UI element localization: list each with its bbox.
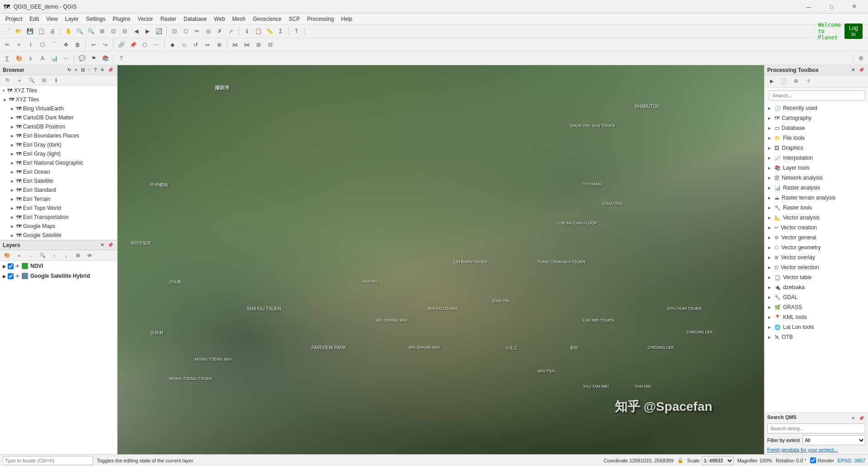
zoom-next-btn[interactable]: ▶: [142, 26, 153, 37]
toolbox-item[interactable]: ▶📋Vector table: [764, 272, 868, 282]
tree-item[interactable]: ▶🗺Esri Gray (dark): [0, 140, 117, 149]
toolbox-item[interactable]: ▶⚙Vector general: [764, 233, 868, 243]
toolbox-item[interactable]: ▶⊡Vector selection: [764, 262, 868, 272]
zoom-previous-btn[interactable]: ◀: [131, 26, 142, 37]
deselect-btn[interactable]: ✗: [214, 26, 225, 37]
run-field-calc-btn[interactable]: ∑: [2, 53, 13, 64]
browser-refresh-icon[interactable]: ↻: [66, 67, 72, 73]
toolbox-expand-icon[interactable]: ▶: [768, 156, 774, 160]
toolbox-item[interactable]: ▶🗺Cartography: [764, 113, 868, 123]
browser-collapse-icon[interactable]: ⊟: [80, 67, 86, 73]
tree-expand-icon[interactable]: ▶: [11, 215, 16, 219]
merge-attrs-btn[interactable]: ⊟: [265, 39, 276, 50]
map-area[interactable]: 深圳市 中华横岗 深圳市盐田 沙头角 沙井村 MONG TSENG WAI MO…: [118, 65, 764, 454]
tree-expand-icon[interactable]: ▶: [4, 98, 9, 102]
tree-expand-icon[interactable]: ▶: [11, 233, 16, 238]
menu-item-scp[interactable]: SCP: [285, 14, 304, 24]
tree-item[interactable]: ▶🗺Bing VirtualEarth: [0, 104, 117, 113]
tree-expand-icon[interactable]: ▶: [11, 116, 16, 120]
toolbox-run-btn[interactable]: ▶: [766, 76, 777, 87]
browser-content[interactable]: ▼ 🗺 XYZ Tiles ▶🗺XYZ Tiles▶🗺Bing VirtualE…: [0, 86, 117, 240]
toolbox-item[interactable]: ▶🔧GDAL: [764, 292, 868, 302]
toolbox-expand-icon[interactable]: ▶: [768, 216, 774, 220]
rotation-btn[interactable]: ↺: [190, 39, 201, 50]
offset-btn[interactable]: ⊕: [214, 39, 225, 50]
toolbox-pin-icon[interactable]: 📌: [857, 67, 865, 73]
tree-expand-icon[interactable]: ▶: [11, 188, 16, 192]
close-button[interactable]: ✕: [844, 0, 864, 14]
undo-btn[interactable]: ↩: [88, 39, 99, 50]
toolbox-expand-icon[interactable]: ▶: [768, 236, 774, 240]
browser-close-icon[interactable]: ✕: [99, 67, 105, 73]
digitize-more-btn[interactable]: ⋯: [151, 39, 162, 50]
toolbox-item[interactable]: ▶📁File tools: [764, 133, 868, 143]
tree-item[interactable]: ▶🗺Google Satellite: [0, 231, 117, 240]
digitize-btn[interactable]: ✏: [2, 39, 13, 50]
tree-item[interactable]: ▶🗺Esri Boundaries Places: [0, 131, 117, 140]
zoom-in-btn[interactable]: 🔍: [74, 26, 85, 37]
search-qms-input[interactable]: [767, 423, 865, 433]
vertex-all-btn[interactable]: ◇: [179, 39, 189, 50]
remove-layer-btn[interactable]: -: [25, 250, 36, 261]
save-as-btn[interactable]: 📋: [36, 26, 47, 37]
toolbox-item[interactable]: ▶⬡Vector geometry: [764, 243, 868, 252]
zoom-selection-btn[interactable]: ⊟: [119, 26, 130, 37]
label-btn[interactable]: A: [37, 53, 48, 64]
scale-btn[interactable]: ⇔: [202, 39, 213, 50]
toolbox-expand-icon[interactable]: ▶: [768, 106, 774, 110]
print-btn[interactable]: 🖨: [47, 26, 58, 37]
tree-item[interactable]: ▶🗺Esri Topo World: [0, 204, 117, 213]
toolbox-expand-icon[interactable]: ▶: [768, 335, 774, 339]
browser-properties-btn[interactable]: ℹ: [51, 75, 61, 86]
tree-item[interactable]: ▶🗺Esri Gray (light): [0, 149, 117, 158]
browser-up-icon[interactable]: ↑: [87, 67, 92, 73]
move-feature-btn[interactable]: ✥: [61, 39, 71, 50]
add-point-btn[interactable]: +: [14, 39, 24, 50]
layer-item-ndvi[interactable]: ▶ 👁 NDVI: [0, 261, 117, 271]
enable-snap-btn[interactable]: 📌: [127, 39, 138, 50]
tree-item[interactable]: ▶🗺Esri Terrain: [0, 195, 117, 204]
layer-item-google-satellite[interactable]: ▶ 👁 Google Satellite Hybrid: [0, 271, 117, 281]
planet-login-button[interactable]: Log in: [844, 24, 863, 39]
layers-pin-icon[interactable]: 📌: [106, 242, 114, 248]
menu-item-geoscience[interactable]: Geoscience: [249, 14, 285, 24]
scale-select[interactable]: 1: 49933 1: 10000 1: 50000 1: 100000: [702, 456, 734, 465]
toolbox-item[interactable]: ▶📈Interpolation: [764, 153, 868, 163]
add-layer-btn[interactable]: +: [14, 250, 24, 261]
split-parts-btn[interactable]: ⋈: [241, 39, 252, 50]
toolbox-content[interactable]: ▶🕐Recently used▶🗺Cartography▶🗃Database▶📁…: [764, 103, 868, 412]
toolbox-close-icon[interactable]: ✕: [850, 67, 856, 73]
toolbox-expand-icon[interactable]: ▶: [768, 176, 774, 180]
menu-item-help[interactable]: Help: [338, 14, 356, 24]
toolbox-item[interactable]: ▶📐Vector analysis: [764, 213, 868, 223]
toolbox-expand-icon[interactable]: ▶: [768, 116, 774, 120]
layers-content[interactable]: ▶ 👁 NDVI ▶ 👁 Google Satellite Hybrid: [0, 261, 117, 454]
browser-filter-btn[interactable]: 🔍: [26, 75, 37, 86]
browser-add-layer-btn[interactable]: +: [14, 75, 25, 86]
topology-btn[interactable]: ⬡: [139, 39, 150, 50]
browser-add-icon[interactable]: +: [73, 67, 79, 73]
tree-expand-icon[interactable]: ▶: [11, 161, 16, 165]
menu-item-layer[interactable]: Layer: [61, 14, 82, 24]
select-radius-btn[interactable]: ◎: [203, 26, 214, 37]
toolbox-item[interactable]: ▶🗃Database: [764, 123, 868, 133]
google-satellite-visibility-check[interactable]: [8, 273, 14, 279]
tree-expand-icon[interactable]: ▶: [11, 107, 16, 111]
qms-close-icon[interactable]: ✕: [850, 415, 856, 421]
identify-form-btn[interactable]: 📋: [253, 26, 264, 37]
style-manager-btn[interactable]: 🎨: [14, 53, 24, 64]
select-features-btn[interactable]: ⊡: [169, 26, 180, 37]
tree-item[interactable]: ▶🗺CartoDB Positron: [0, 122, 117, 131]
toolbox-item[interactable]: ▶📍KML tools: [764, 312, 868, 322]
toolbox-item[interactable]: ▶✏Vector creation: [764, 223, 868, 233]
tree-expand-icon[interactable]: ▶: [11, 152, 16, 156]
identify-btn[interactable]: ℹ: [241, 26, 252, 37]
toolbox-expand-icon[interactable]: ▶: [768, 146, 774, 150]
tree-expand-icon[interactable]: ▶: [11, 134, 16, 138]
split-features-btn[interactable]: ⋈: [230, 39, 241, 50]
add-polygon-btn[interactable]: ⬡: [37, 39, 48, 50]
ndvi-visibility-check[interactable]: [8, 263, 14, 269]
statistical-summary-btn[interactable]: Σ: [275, 26, 286, 37]
redo-btn[interactable]: ↪: [100, 39, 111, 50]
maximize-button[interactable]: □: [821, 0, 842, 14]
